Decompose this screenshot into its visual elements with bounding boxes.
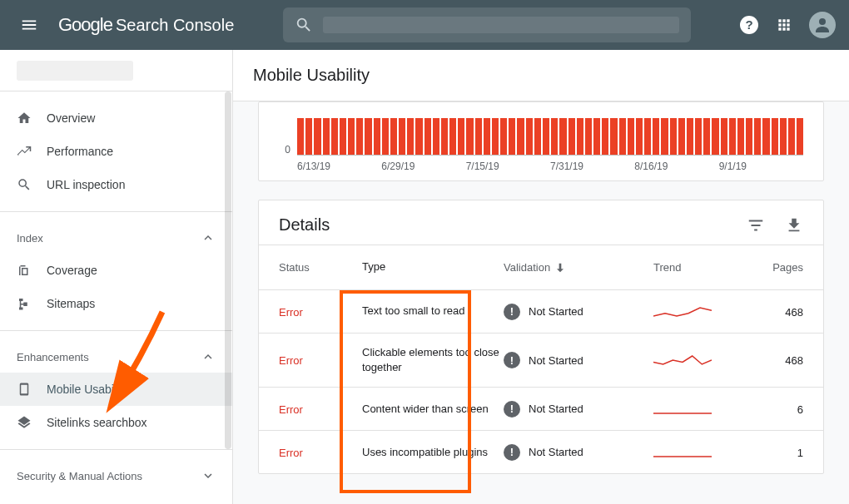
trend-sparkline: [653, 447, 712, 458]
trend-icon: [17, 144, 32, 159]
page-title: Mobile Usability: [253, 66, 370, 85]
filter-icon[interactable]: [747, 216, 765, 235]
chart-bar: [433, 118, 439, 155]
chart-bar: [526, 118, 533, 155]
chart-bar: [415, 118, 422, 155]
search-icon: [17, 177, 32, 192]
chevron-up-icon: [201, 349, 216, 364]
sidebar-item-label: Mobile Usability: [47, 383, 128, 396]
apps-button[interactable]: [776, 17, 792, 33]
status-badge: Error: [279, 403, 303, 416]
details-table-header: Status Type Validation Trend Pages: [259, 245, 823, 289]
chart-bar: [484, 118, 490, 155]
chart-bar: [458, 118, 464, 155]
chart-bar: [297, 118, 304, 155]
svg-point-2: [819, 18, 826, 25]
col-pages: Pages: [745, 261, 803, 274]
chart-bar: [356, 118, 363, 155]
sidebar-item-mobile-usability[interactable]: Mobile Usability: [0, 373, 232, 406]
sidebar-item-overview[interactable]: Overview: [0, 101, 232, 135]
section-enhancements-header[interactable]: Enhancements: [0, 341, 232, 373]
sidebar-item-performance[interactable]: Performance: [0, 135, 232, 168]
chart-bar: [703, 118, 710, 155]
chart-bar: [661, 118, 668, 155]
sidebar-item-label: Coverage: [47, 264, 97, 277]
trend-sparkline: [653, 354, 712, 366]
chart-bar: [466, 118, 473, 155]
chart-bar: [762, 118, 769, 155]
chart-bar: [585, 118, 592, 155]
chart-bar: [534, 118, 541, 155]
chart-bar: [407, 118, 414, 155]
chart-bar: [746, 118, 752, 155]
error-type: Text too small to read: [362, 304, 504, 319]
sidebar-item-sitemaps[interactable]: Sitemaps: [0, 287, 232, 320]
chart-card: 0 6/13/196/29/197/15/197/31/198/16/199/1…: [258, 101, 824, 181]
validation-status-icon: !: [504, 304, 520, 320]
sidebar: OverviewPerformanceURL inspection Index …: [0, 50, 233, 504]
chart-bar: [551, 118, 558, 155]
col-validation[interactable]: Validation: [504, 261, 653, 274]
section-enhancements-title: Enhancements: [17, 351, 89, 363]
section-security-header[interactable]: Security & Manual Actions: [0, 460, 232, 492]
chart-bar: [788, 118, 795, 155]
avatar[interactable]: [809, 12, 836, 38]
error-type: Content wider than screen: [362, 402, 504, 417]
sidebar-item-coverage[interactable]: Coverage: [0, 254, 232, 287]
section-security-title: Security & Manual Actions: [17, 470, 142, 482]
chart-bar: [517, 118, 524, 155]
status-badge: Error: [279, 306, 303, 319]
chart-bar: [374, 118, 380, 155]
sidebar-item-sitelinks-searchbox[interactable]: Sitelinks searchbox: [0, 406, 232, 439]
chart-x-tick: 6/29/19: [381, 161, 465, 172]
sidebar-item-url-inspection[interactable]: URL inspection: [0, 168, 232, 201]
chart-bar: [593, 118, 600, 155]
sidebar-item-label: Sitemaps: [47, 297, 95, 310]
download-icon[interactable]: [785, 216, 803, 235]
chart-bar: [678, 118, 685, 155]
chart-bar: [348, 118, 355, 155]
table-row[interactable]: ErrorUses incompatible plugins!Not Start…: [259, 430, 823, 473]
sidebar-scrollbar-thumb[interactable]: [225, 91, 231, 449]
chart-bar: [559, 118, 566, 155]
sidebar-item-label: Overview: [47, 111, 95, 125]
chart-bars: [297, 116, 803, 156]
chart-bar: [424, 118, 431, 155]
sidebar-scrollbar[interactable]: [224, 91, 232, 474]
section-index-title: Index: [17, 232, 43, 245]
help-button[interactable]: ?: [739, 15, 759, 35]
chart-bar: [340, 118, 346, 155]
trend-sparkline: [653, 306, 712, 318]
table-row[interactable]: ErrorContent wider than screen!Not Start…: [259, 387, 823, 430]
table-row[interactable]: ErrorClickable elements too close togeth…: [259, 333, 823, 387]
chart-bar: [399, 118, 405, 155]
chart-bar: [721, 118, 727, 155]
chart-bar: [543, 118, 549, 155]
mobile-icon: [17, 382, 32, 397]
chart-bar: [695, 118, 702, 155]
chart-bar: [772, 118, 778, 155]
section-index-header[interactable]: Index: [0, 222, 232, 254]
menu-button[interactable]: [13, 9, 45, 41]
chart-bar: [500, 118, 507, 155]
pages-count: 6: [797, 403, 803, 416]
property-name-blur: [17, 61, 133, 81]
chart-bar: [687, 118, 693, 155]
chart-bar: [780, 118, 787, 155]
chart-bar: [492, 118, 499, 155]
property-selector[interactable]: [0, 50, 232, 91]
table-row[interactable]: ErrorText too small to read!Not Started4…: [259, 289, 823, 333]
coverage-icon: [17, 263, 32, 278]
chart-bar: [475, 118, 482, 155]
chart-bar: [602, 118, 608, 155]
pages-count: 468: [785, 354, 803, 367]
chevron-down-icon: [201, 468, 216, 483]
chart-x-tick: 8/16/19: [634, 161, 718, 172]
chart-bar: [577, 118, 583, 155]
chart-bar: [305, 118, 312, 155]
sort-down-icon: [554, 261, 567, 274]
svg-text:?: ?: [745, 17, 752, 32]
validation-status: Not Started: [529, 305, 583, 318]
logo-product: Search Console: [116, 16, 234, 35]
search-box[interactable]: [283, 7, 691, 42]
